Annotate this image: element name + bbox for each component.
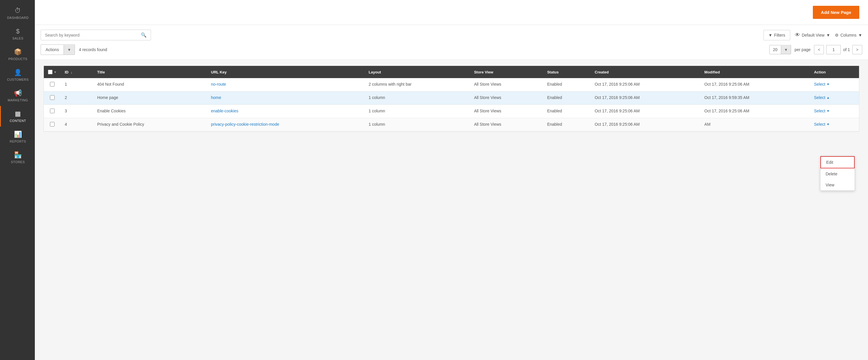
table-row: 2 Home page home 1 column All Store View… [44, 91, 859, 105]
stores-icon: 🏪 [14, 151, 22, 159]
row-created-1: Oct 17, 2016 9:25:06 AM [591, 78, 701, 91]
main-area: Add New Page 🔍 ▼ Filters 👁 Default View … [35, 0, 868, 360]
sidebar-item-reports[interactable]: 📊 REPORTS [0, 127, 35, 147]
actions-dropdown[interactable]: Actions ▼ [41, 44, 75, 55]
col-layout: Layout [365, 66, 470, 78]
select-all-checkbox[interactable] [48, 70, 53, 74]
sales-icon: $ [16, 28, 20, 35]
select-link-1[interactable]: Select ▼ [814, 82, 855, 87]
marketing-icon: 📢 [14, 89, 22, 97]
default-view-select[interactable]: 👁 Default View ▼ [795, 32, 830, 38]
default-view-label: Default View [802, 33, 825, 37]
sidebar-label-stores: STORES [11, 160, 25, 164]
sidebar-item-marketing[interactable]: 📢 MARKETING [0, 85, 35, 106]
select-link-2[interactable]: Select ▲ [814, 95, 855, 100]
dropdown-view-item[interactable]: View [820, 179, 855, 190]
filters-button[interactable]: ▼ Filters [764, 30, 790, 40]
row-status-4: Enabled [543, 118, 591, 131]
select-arrow-2: ▲ [827, 96, 830, 99]
toolbar-row2: Actions ▼ 4 records found 20 ▼ per page … [41, 44, 862, 55]
chevron-down-icon: ▼ [826, 33, 830, 37]
sidebar-label-sales: SALES [12, 37, 24, 40]
chevron-down-icon[interactable]: ▼ [54, 70, 57, 74]
eye-icon: 👁 [795, 32, 800, 38]
col-id: ID ↓ [61, 66, 93, 78]
row-checkbox-cell [44, 118, 61, 131]
row-urlkey-3: enable-cookies [207, 105, 365, 118]
filters-label: Filters [774, 33, 785, 37]
next-page-button[interactable]: > [852, 45, 862, 54]
col-modified: Modified [700, 66, 810, 78]
sidebar-label-content: CONTENT [9, 119, 26, 122]
sidebar: ⏱ DASHBOARD $ SALES 📦 PRODUCTS 👤 CUSTOME… [0, 0, 35, 360]
row-title-3: Enable Cookies [93, 105, 207, 118]
row-layout-3: 1 column [365, 105, 470, 118]
select-link-4[interactable]: Select ▼ [814, 122, 855, 127]
col-title: Title [93, 66, 207, 78]
table-header-row: ▼ ID ↓ Title URL Key Layout Store View S… [44, 66, 859, 78]
row-id-4: 4 [61, 118, 93, 131]
row-checkbox-3[interactable] [50, 109, 55, 113]
sidebar-item-products[interactable]: 📦 PRODUCTS [0, 44, 35, 65]
row-title-2: Home page [93, 91, 207, 105]
col-url-key: URL Key [207, 66, 365, 78]
sidebar-label-reports: REPORTS [9, 140, 26, 143]
actions-arrow-icon[interactable]: ▼ [64, 45, 74, 55]
row-id-2: 2 [61, 91, 93, 105]
table-wrap: ▼ ID ↓ Title URL Key Layout Store View S… [43, 66, 859, 132]
row-title-4: Privacy and Cookie Policy [93, 118, 207, 131]
prev-page-button[interactable]: < [814, 45, 824, 54]
col-checkbox: ▼ [44, 66, 61, 78]
sidebar-label-dashboard: DASHBOARD [7, 16, 28, 20]
search-icon: 🔍 [141, 32, 147, 38]
col-action: Action [810, 66, 859, 78]
sidebar-item-stores[interactable]: 🏪 STORES [0, 147, 35, 168]
columns-button[interactable]: ⚙ Columns ▼ [835, 33, 862, 37]
toolbar: 🔍 ▼ Filters 👁 Default View ▼ ⚙ Columns ▼ [35, 25, 868, 60]
per-page-select[interactable]: 20 ▼ [769, 45, 791, 54]
dropdown-delete-item[interactable]: Delete [820, 169, 855, 179]
row-status-3: Enabled [543, 105, 591, 118]
row-id-1: 1 [61, 78, 93, 91]
sidebar-item-sales[interactable]: $ SALES [0, 24, 35, 44]
search-input-wrap: 🔍 [41, 30, 151, 40]
search-input[interactable] [45, 33, 141, 37]
pages-table: ▼ ID ↓ Title URL Key Layout Store View S… [44, 66, 859, 131]
page-of-label: of 1 [843, 47, 850, 52]
sidebar-item-content[interactable]: ▦ CONTENT [0, 106, 35, 127]
row-urlkey-2: home [207, 91, 365, 105]
row-storeview-1: All Store Views [470, 78, 543, 91]
select-link-3[interactable]: Select ▼ [814, 109, 855, 113]
sidebar-item-customers[interactable]: 👤 CUSTOMERS [0, 65, 35, 85]
products-icon: 📦 [14, 48, 22, 56]
per-page-label: per page [795, 47, 810, 52]
select-arrow-4: ▼ [827, 122, 830, 126]
row-checkbox-1[interactable] [50, 82, 55, 87]
row-storeview-4: All Store Views [470, 118, 543, 131]
row-action-dropdown: Edit Delete View [820, 156, 855, 191]
dropdown-edit-item[interactable]: Edit [820, 156, 855, 169]
customers-icon: 👤 [14, 69, 22, 77]
sidebar-item-dashboard[interactable]: ⏱ DASHBOARD [0, 3, 35, 24]
row-created-3: Oct 17, 2016 9:25:06 AM [591, 105, 701, 118]
row-checkbox-2[interactable] [50, 95, 55, 100]
page-number-input[interactable] [826, 45, 841, 54]
sort-icon[interactable]: ↓ [71, 70, 72, 74]
col-status: Status [543, 66, 591, 78]
row-layout-1: 2 columns with right bar [365, 78, 470, 91]
filter-icon: ▼ [768, 33, 773, 37]
gear-icon: ⚙ [835, 33, 839, 37]
row-checkbox-4[interactable] [50, 122, 55, 127]
row-urlkey-4: privacy-policy-cookie-restriction-mode [207, 118, 365, 131]
table-row: 3 Enable Cookies enable-cookies 1 column… [44, 105, 859, 118]
chevron-down-icon: ▼ [858, 33, 862, 37]
add-new-page-button[interactable]: Add New Page [813, 6, 859, 19]
row-action-3: Select ▼ [810, 105, 859, 118]
actions-label: Actions [41, 45, 64, 55]
table-row: 1 404 Not Found no-route 2 columns with … [44, 78, 859, 91]
row-created-4: Oct 17, 2016 9:25:06 AM [591, 118, 701, 131]
row-modified-2: Oct 17, 2016 9:59:35 AM [700, 91, 810, 105]
row-modified-1: Oct 17, 2016 9:25:06 AM [700, 78, 810, 91]
row-status-1: Enabled [543, 78, 591, 91]
per-page-arrow-icon[interactable]: ▼ [781, 46, 791, 54]
